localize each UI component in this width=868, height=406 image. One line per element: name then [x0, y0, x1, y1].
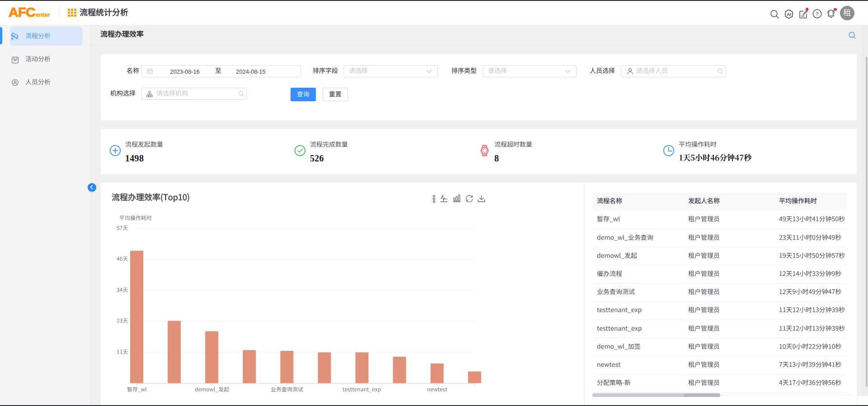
svg-text:AI: AI — [787, 11, 791, 16]
svg-text:?: ? — [816, 11, 818, 17]
